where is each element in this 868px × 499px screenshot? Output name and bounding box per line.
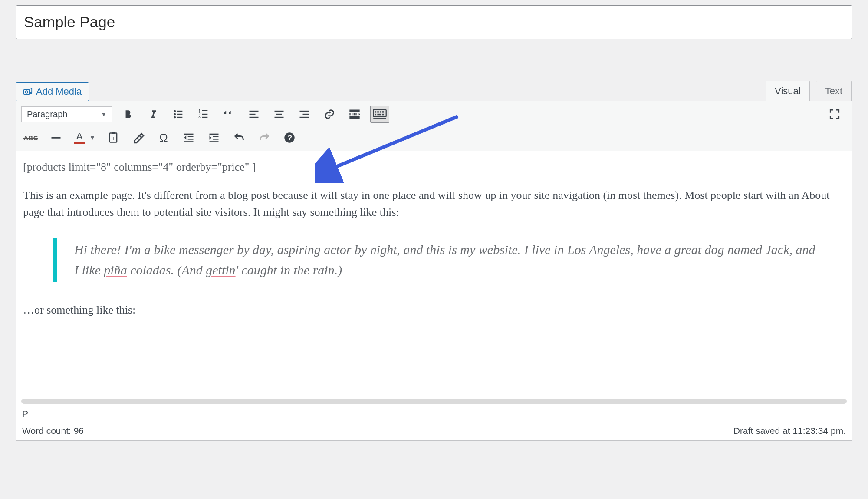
svg-rect-30 xyxy=(380,111,381,112)
spell-pina: piña xyxy=(104,263,127,277)
toolbar-toggle-button[interactable] xyxy=(370,106,389,123)
spell-gettin: gettin xyxy=(206,263,235,277)
align-right-button[interactable] xyxy=(295,106,314,123)
editor-content[interactable]: [products limit="8" columns="4" orderby=… xyxy=(16,151,852,399)
caret-down-icon: ▼ xyxy=(101,111,107,118)
quote-mid: coladas. (And xyxy=(127,263,206,277)
quote-post: ' caught in the rain.) xyxy=(236,263,342,277)
word-count: Word count: 96 xyxy=(22,426,84,436)
camera-music-icon xyxy=(23,87,33,96)
svg-rect-40 xyxy=(184,134,194,135)
svg-rect-31 xyxy=(382,111,384,112)
blockquote-button[interactable] xyxy=(219,106,238,123)
text-color-button[interactable]: A xyxy=(72,129,87,146)
format-select[interactable]: Paragraph ▼ xyxy=(21,106,112,122)
svg-rect-44 xyxy=(210,134,219,135)
special-character-button[interactable]: Ω xyxy=(154,129,173,146)
redo-button[interactable] xyxy=(255,129,274,146)
svg-rect-15 xyxy=(250,111,259,112)
svg-rect-43 xyxy=(184,141,194,142)
editor-toolbar: Paragraph ▼ 123 xyxy=(16,101,852,151)
svg-point-7 xyxy=(174,116,176,119)
svg-rect-35 xyxy=(373,118,386,119)
svg-rect-25 xyxy=(349,114,359,115)
bold-button[interactable] xyxy=(118,106,138,123)
element-path-bar[interactable]: P xyxy=(16,406,852,422)
undo-button[interactable] xyxy=(230,129,249,146)
svg-rect-20 xyxy=(275,117,284,118)
paste-as-text-button[interactable]: T xyxy=(104,129,123,146)
align-center-button[interactable] xyxy=(270,106,289,123)
svg-point-3 xyxy=(174,110,176,112)
svg-rect-21 xyxy=(300,111,309,112)
blockquote: Hi there! I'm a bike messenger by day, a… xyxy=(53,238,838,282)
svg-rect-16 xyxy=(250,114,256,115)
keyboard-help-button[interactable]: ? xyxy=(280,129,299,146)
horizontal-rule-button[interactable] xyxy=(46,129,66,146)
editor-status-bar: Word count: 96 Draft saved at 11:23:34 p… xyxy=(16,422,852,440)
read-more-button[interactable] xyxy=(345,106,364,123)
svg-rect-4 xyxy=(177,111,183,112)
tab-visual[interactable]: Visual xyxy=(766,81,810,101)
svg-rect-28 xyxy=(375,111,376,112)
svg-rect-10 xyxy=(202,110,208,111)
horizontal-scrollbar[interactable] xyxy=(21,399,847,404)
svg-rect-19 xyxy=(276,114,282,115)
svg-rect-47 xyxy=(210,141,219,142)
shortcode-text: [products limit="8" columns="4" orderby=… xyxy=(23,161,845,174)
svg-rect-8 xyxy=(177,117,183,118)
svg-point-2 xyxy=(30,92,32,94)
svg-text:T: T xyxy=(112,135,115,141)
draft-saved: Draft saved at 11:23:34 pm. xyxy=(733,426,846,436)
svg-rect-0 xyxy=(24,89,30,94)
svg-rect-14 xyxy=(202,117,208,118)
add-media-label: Add Media xyxy=(36,86,82,97)
align-left-button[interactable] xyxy=(244,106,263,123)
svg-rect-36 xyxy=(52,137,61,139)
intro-paragraph: This is an example page. It's different … xyxy=(23,187,845,221)
svg-rect-41 xyxy=(188,136,194,137)
strikethrough-button[interactable]: ABC xyxy=(21,129,40,146)
svg-rect-45 xyxy=(213,136,219,137)
bullet-list-button[interactable] xyxy=(169,106,188,123)
svg-text:?: ? xyxy=(288,134,292,142)
svg-point-5 xyxy=(174,113,176,116)
editor-mode-tabs: Visual Text xyxy=(766,81,852,101)
svg-rect-12 xyxy=(202,114,208,115)
fullscreen-button[interactable] xyxy=(825,106,844,123)
italic-button[interactable] xyxy=(144,106,163,123)
svg-rect-26 xyxy=(349,116,359,119)
svg-rect-27 xyxy=(373,110,386,117)
svg-rect-33 xyxy=(377,114,381,115)
svg-rect-18 xyxy=(275,111,284,112)
svg-rect-32 xyxy=(375,114,376,115)
svg-rect-6 xyxy=(177,114,183,115)
post-title-input[interactable] xyxy=(16,5,852,39)
svg-rect-38 xyxy=(112,132,115,134)
svg-rect-22 xyxy=(303,114,309,115)
editor-container: Paragraph ▼ 123 xyxy=(16,101,852,441)
svg-rect-23 xyxy=(300,117,309,118)
followup-paragraph: …or something like this: xyxy=(23,304,845,317)
clear-formatting-button[interactable] xyxy=(129,129,148,146)
svg-point-1 xyxy=(26,91,28,93)
add-media-button[interactable]: Add Media xyxy=(16,82,89,101)
svg-rect-29 xyxy=(377,111,378,112)
svg-rect-17 xyxy=(250,117,259,118)
indent-button[interactable] xyxy=(204,129,224,146)
outdent-button[interactable] xyxy=(179,129,198,146)
format-select-label: Paragraph xyxy=(27,109,67,119)
svg-rect-34 xyxy=(382,114,384,115)
tab-text[interactable]: Text xyxy=(816,81,852,101)
link-button[interactable] xyxy=(320,106,339,123)
svg-text:3: 3 xyxy=(198,115,201,119)
svg-rect-46 xyxy=(213,139,219,139)
numbered-list-button[interactable]: 123 xyxy=(194,106,213,123)
svg-rect-24 xyxy=(349,110,359,112)
svg-rect-42 xyxy=(188,139,194,139)
text-color-caret[interactable]: ▼ xyxy=(87,129,98,146)
